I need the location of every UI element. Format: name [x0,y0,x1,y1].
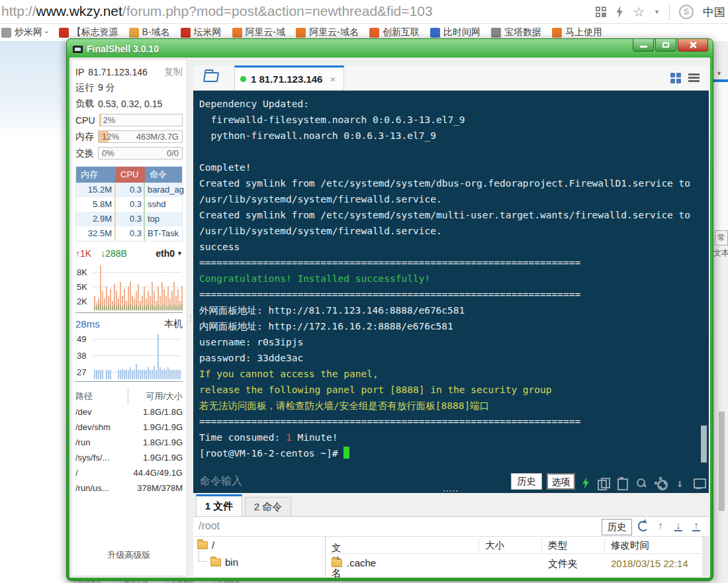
terminal-line: ========================================… [199,287,696,302]
bookmark-item[interactable]: 【标志资源 [59,26,118,38]
process-col-command[interactable]: 命令 [145,167,182,183]
browser-address-bar[interactable]: http://www.wkzy.net/forum.php?mod=post&a… [0,0,728,24]
network-header: ↑1K ↓288B eth0▼ [75,248,183,259]
ping-bar [173,370,175,379]
close-button[interactable] [678,39,708,52]
bookmark-item[interactable]: 炒米网 - [1,26,48,38]
process-row[interactable]: 32.5M0.3BT-Task [76,226,182,241]
process-row[interactable]: 5.8M0.3sshd [76,197,182,212]
page-scrollbar[interactable] [719,412,725,511]
file-upload-icon[interactable]: ↑ [690,519,702,531]
minimize-button[interactable] [633,39,654,52]
terminal-line: release the following panel port [8888] … [199,382,696,398]
gridline [94,355,181,356]
favorites-star-icon[interactable]: ☆ [633,5,645,19]
sogou-logo[interactable]: S [679,5,694,19]
app-icon [73,46,83,53]
process-col-cpu[interactable]: CPU [116,167,145,183]
disk-table: 路径 可用/大小 /dev1.8G/1.8G/dev/shm1.9G/1.9G/… [75,388,183,496]
copy-icon[interactable] [597,477,609,489]
bookmark-item[interactable]: 坛米网 [181,26,222,38]
download-rate: 288B [105,248,127,259]
tab-files[interactable]: 1 文件 [196,494,242,517]
flash-icon[interactable] [615,6,623,18]
terminal-scrollbar[interactable] [701,426,707,463]
terminal-line: /usr/lib/systemd/system/firewalld.servic… [199,223,696,239]
brand-text: 中国 [703,5,725,20]
settings-gear-icon[interactable] [655,477,666,489]
terminal-line: Time consumed: 1 Minute! [199,429,696,445]
ping-bar [118,370,119,379]
terminal-line: If you cannot access the panel, [199,366,696,382]
col-mtime[interactable]: 修改时间 [611,539,649,552]
terminal[interactable]: Dependency Updated: firewalld-filesystem… [193,91,709,493]
ping-chart: 493827 [75,333,183,382]
cpu-label: CPU [75,115,95,126]
menu-icon[interactable] [688,73,700,82]
disk-col-path[interactable]: 路径 [75,388,93,404]
process-col-memory[interactable]: 内存 [76,167,116,183]
tree-item-bin[interactable]: bin [210,557,238,568]
net-down-bar [161,305,163,310]
quick-command-icon[interactable] [582,477,590,489]
path-history-button[interactable]: 历史 [602,519,632,535]
ping-bar [108,370,109,379]
ping-host[interactable]: 本机 [164,318,183,330]
command-input[interactable]: 命令输入 [200,474,242,488]
file-list-scrollbar[interactable] [702,537,709,576]
bookmark-item[interactable]: 比时间网 [430,26,480,38]
bookmark-item[interactable]: 宝塔数据 [491,26,541,38]
bookmark-item[interactable]: B-域名 [129,26,170,38]
maximize-button[interactable] [655,39,676,52]
interface-select[interactable]: eth0 [156,248,175,259]
ping-bar [98,370,99,379]
terminal-line: python-firewall.noarch 0:0.6.3-13.el7_9 [199,128,696,144]
dropdown-caret-icon[interactable]: ▼ [654,9,660,15]
upgrade-link[interactable]: 升级高级版 [71,549,187,561]
file-download-icon[interactable]: ↓ [672,519,684,531]
tree-item-root[interactable]: / [197,539,214,551]
load-value: 0.53, 0.32, 0.15 [98,99,162,109]
history-button[interactable]: 历史 [511,473,542,490]
bookmark-item[interactable]: 马上使用 [552,26,602,38]
download-arrow-icon[interactable]: ↓ [674,477,686,489]
window-titlebar[interactable]: FinalShell 3.0.10 [69,41,711,57]
open-folder-icon[interactable] [203,72,219,82]
parent-dir-icon[interactable]: ↑ [655,519,666,531]
tab-close-icon[interactable]: × [330,73,336,85]
disk-col-size[interactable]: 可用/大小 [128,388,183,404]
terminal-line: 外网面板地址: http://81.71.123.146:8888/e676c5… [199,302,696,318]
paste-icon[interactable] [616,477,628,489]
net-down-bar [140,304,141,310]
monitor-icon[interactable] [693,477,705,489]
net-down-bar [156,306,157,310]
process-row[interactable]: 2.9M0.3top [76,212,182,226]
options-button[interactable]: 选项 [547,473,575,490]
col-size[interactable]: 大小 [485,539,504,552]
sidebar-splitter[interactable]: ⋮ [189,59,193,576]
col-type[interactable]: 类型 [548,539,567,552]
url-text[interactable]: http://www.wkzy.net/forum.php?mod=post&a… [1,3,433,19]
process-table: 内存 CPU 命令 15.2M0.3barad_ag5.8M0.3sshd2.9… [75,166,183,242]
terminal-tab[interactable]: 1 81.71.123.146 × [234,66,344,91]
net-down-bar [150,306,151,310]
bookmark-item[interactable]: 阿里云-域名 [296,26,359,38]
file-row[interactable]: .cache文件夹2018/03/15 22:14 [326,555,702,572]
net-down-bar [159,307,161,310]
copy-link[interactable]: 复制 [164,66,183,78]
bookmark-item[interactable]: 创新互联 [369,26,420,38]
main-pane: 1 81.71.123.146 × Dependency Updated: fi… [193,66,709,576]
tree-connector [199,551,206,562]
ping-bar [148,367,149,379]
ping-bar [110,370,111,379]
interface-caret-icon[interactable]: ▼ [177,250,183,257]
axis-tick-label: 49 [77,334,86,344]
tab-commands[interactable]: 2 命令 [245,497,291,517]
path-input[interactable]: /root [199,520,220,532]
process-row[interactable]: 15.2M0.3barad_ag [76,183,182,197]
refresh-icon[interactable] [637,519,649,531]
qr-code-icon[interactable] [596,7,606,17]
search-icon[interactable] [635,477,647,489]
layout-grid-icon[interactable] [670,73,681,83]
bookmark-item[interactable]: 阿里云-域 [232,26,286,38]
